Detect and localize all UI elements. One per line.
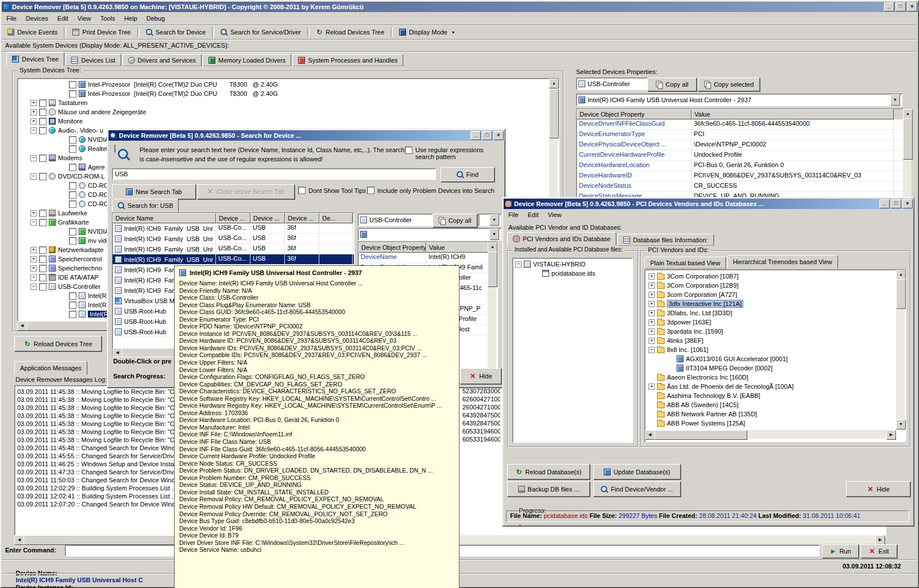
minimize-button[interactable]: _ — [470, 131, 481, 140]
tree-expander-icon[interactable]: + — [648, 310, 655, 316]
pci-vendor-item[interactable]: +Åas Ltd. de Phoenix del de TecnologÃ [1… — [645, 382, 906, 391]
scroll-thumb[interactable] — [896, 279, 906, 309]
pci-vendor-item[interactable]: +3com Corporation [A727] — [645, 290, 906, 299]
device-checkbox[interactable] — [39, 109, 47, 116]
backup-db-files-button[interactable]: Backup DB files ... — [507, 481, 590, 497]
chevron-down-icon[interactable]: ▼ — [890, 94, 900, 106]
chevron-down-icon[interactable]: ▼ — [489, 229, 499, 240]
reload-devices-tree-button[interactable]: ↻ Reload Devices Tree — [14, 336, 102, 351]
pci-vendor-item[interactable]: +3Com Corporation [12B9] — [645, 281, 906, 290]
close-button[interactable]: × — [907, 2, 917, 11]
scroll-up-icon[interactable]: ▲ — [903, 109, 913, 119]
device-class-combo[interactable]: USB-Controller — [576, 78, 648, 90]
scroll-thumb[interactable] — [654, 430, 747, 440]
search-properties-scrollbar[interactable]: ▲ ▼ — [488, 242, 496, 378]
column-header[interactable]: Value — [426, 242, 488, 253]
toolbar-device-events[interactable]: Device Events — [4, 27, 61, 37]
toolbar-print-device-tree[interactable]: Print Device Tree — [69, 27, 134, 37]
tree-expander-icon[interactable]: − — [30, 127, 37, 134]
device-tree-item[interactable]: Intel-Prozessor [Intel(R) Core(TM)2 Duo … — [18, 89, 559, 98]
tree-expander-icon[interactable]: + — [648, 319, 655, 326]
main-menu-devices[interactable]: Devices — [21, 13, 53, 24]
device-checkbox[interactable] — [39, 283, 47, 291]
tree-expander-icon[interactable]: + — [30, 265, 37, 272]
pci-view-tab-plain-textual-based-view[interactable]: Plain Textual based View — [644, 257, 726, 269]
column-header[interactable]: Device ... — [250, 213, 285, 223]
problem-checkbox-box[interactable] — [367, 187, 374, 194]
tree-expander-icon[interactable]: − — [30, 155, 37, 161]
find-button[interactable]: Find — [441, 167, 495, 182]
column-header[interactable]: De... — [319, 213, 353, 223]
device-checkbox[interactable] — [39, 210, 47, 217]
pci-titlebar[interactable]: Device Remover [Beta 5] 0.9.4263.9850 - … — [504, 199, 914, 209]
copy-all-button[interactable]: Copy all — [647, 78, 697, 91]
maximize-button[interactable]: □ — [895, 2, 906, 11]
device-tree-item[interactable]: +Tastaturen — [18, 98, 559, 107]
main-menu-edit[interactable]: Edit — [53, 13, 73, 24]
close-search-tab-button[interactable]: ✕ Close active Search Tab — [197, 184, 295, 199]
maximize-button[interactable]: □ — [891, 199, 901, 208]
device-checkbox[interactable] — [39, 127, 47, 134]
scroll-thumb[interactable] — [549, 89, 559, 138]
main-menu-debug[interactable]: Debug — [142, 13, 169, 24]
scroll-left-icon[interactable]: ◀ — [14, 535, 24, 545]
exit-button[interactable]: ✕ Exit — [860, 544, 897, 558]
device-checkbox[interactable] — [69, 81, 76, 88]
pci-vendor-item[interactable]: +4links [38EF] — [645, 336, 906, 345]
main-tab-system-processes-and-handles[interactable]: System Processes and Handles — [292, 54, 403, 66]
tree-expander-icon[interactable]: + — [648, 273, 655, 280]
tree-expander-icon[interactable]: + — [648, 292, 655, 298]
search-result-row[interactable]: Intel(R) ICH9 Family USB Univer ...USB-C… — [113, 223, 354, 234]
pci-tab-database-files-information[interactable]: Database files Information: — [617, 234, 714, 246]
device-checkbox[interactable] — [39, 256, 47, 263]
table-row[interactable]: DeviceNameIntel(R) ICH9 — [358, 253, 497, 263]
device-checkbox[interactable] — [69, 237, 76, 245]
column-header[interactable]: Device ... — [216, 213, 250, 223]
device-tree-item[interactable]: Intel-Prozessor [Intel(R) Core(TM)2 Duo … — [18, 80, 559, 89]
pci-tab-pci-vendors-and-ids-database[interactable]: PCI Vendors and IDs Database — [507, 232, 616, 246]
device-checkbox[interactable] — [39, 154, 47, 162]
pci-tree-vertical-scrollbar[interactable]: ▲ ▼ — [896, 270, 905, 430]
main-titlebar[interactable]: Device Remover [Beta 5] 0.9.4263.9850 on… — [2, 2, 918, 12]
tree-expander-icon[interactable]: + — [648, 301, 655, 307]
toolbar-display-mode[interactable]: Display Mode▼ — [396, 27, 459, 37]
search-copy-all-button[interactable]: Copy all — [433, 214, 477, 227]
device-checkbox[interactable] — [69, 145, 76, 153]
scroll-down-icon[interactable]: ▼ — [896, 420, 906, 430]
device-checkbox[interactable] — [39, 99, 47, 107]
pci-vendor-item[interactable]: +3dpower [163E] — [645, 318, 906, 327]
device-checkbox[interactable] — [69, 164, 76, 171]
reload-databases-button[interactable]: ↻ Reload Database(s) — [507, 464, 590, 479]
regex-checkbox-box[interactable] — [405, 146, 412, 154]
search-hide-button[interactable]: ✕ Hide — [460, 368, 501, 384]
search-device-combo[interactable]: ▼ — [358, 228, 501, 241]
tree-expander-icon[interactable]: + — [30, 247, 37, 253]
column-header[interactable]: Device Name — [113, 213, 216, 223]
scroll-left-icon[interactable]: ◀ — [113, 348, 122, 357]
regex-checkbox[interactable]: Use regular expressions search pattern — [405, 146, 498, 160]
close-button[interactable]: × — [902, 199, 913, 208]
device-checkbox[interactable] — [69, 200, 76, 208]
new-search-tab-button[interactable]: New Search Tab — [112, 184, 196, 199]
pci-tree-horizontal-scrollbar[interactable]: ◀ ▶ — [645, 430, 896, 439]
column-header[interactable]: Device Object Property — [358, 242, 426, 253]
device-checkbox[interactable] — [69, 292, 76, 300]
main-tab-devices-tree[interactable]: Devices Tree — [6, 52, 64, 66]
find-device-vendor-button[interactable]: Find Device/Vendor ... — [593, 481, 681, 497]
tree-expander-icon[interactable]: + — [648, 328, 655, 335]
search-result-row[interactable]: Intel(R) ICH9 Family USB Univer ...USB-C… — [113, 254, 354, 265]
device-checkbox[interactable] — [39, 274, 47, 281]
tree-expander-icon[interactable]: + — [648, 384, 655, 390]
tooltips-checkbox[interactable]: Dont Show Tool Tips — [298, 187, 366, 194]
device-tree-item[interactable]: +Monitore — [18, 117, 559, 126]
table-row[interactable]: DeviceEnumeratorTypePCI — [577, 130, 903, 140]
device-checkbox[interactable] — [69, 90, 76, 98]
toolbar-search-for-service-driver[interactable]: Search for Service/Driver — [217, 27, 304, 37]
pci-vendor-item[interactable]: IIT3104 MPEG Decoder [0002] — [645, 363, 906, 373]
pci-vendor-item[interactable]: −8x8 Inc. [1061] — [645, 345, 906, 354]
pci-file-item[interactable]: −VISTAUE-HYBRID — [513, 260, 632, 269]
device-checkbox[interactable] — [69, 182, 76, 189]
pci-vendor-item[interactable]: AGX013/016 GUI Accelerator [0001] — [645, 354, 906, 363]
tree-expander-icon[interactable]: − — [30, 173, 37, 180]
tree-expander-icon[interactable]: − — [648, 347, 655, 353]
